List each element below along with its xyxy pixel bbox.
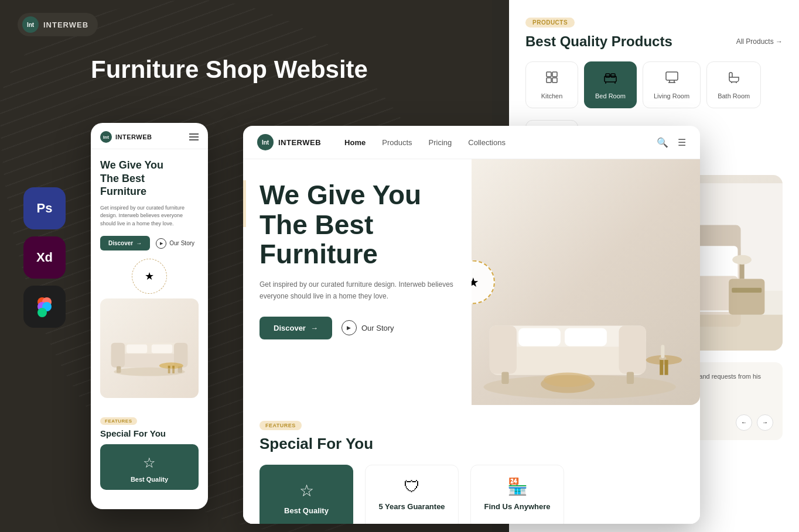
desktop-headline: We Give You The Best Furniture [259, 180, 455, 269]
svg-rect-61 [729, 279, 764, 314]
search-button[interactable]: 🔍 [657, 137, 668, 148]
accent-bar [243, 180, 246, 227]
guarantee-card: 🛡 5 Years Guarantee [365, 465, 459, 524]
find-us-label: Find Us Anywhere [483, 502, 552, 511]
nav-products[interactable]: Products [382, 138, 412, 147]
hamburger-icon[interactable] [189, 133, 199, 140]
desktop-logo-circle: Int [257, 134, 274, 150]
desktop-nav: Int INTERWEB Home Products Pricing Colle… [243, 126, 700, 159]
svg-rect-28 [664, 360, 668, 375]
livingroom-icon [665, 70, 679, 88]
desktop-hero-buttons: Discover → ▶ Our Story [259, 317, 455, 339]
menu-button[interactable]: ☰ [678, 137, 686, 148]
kitchen-label: Kitchen [541, 92, 563, 99]
svg-rect-36 [552, 78, 557, 83]
desktop-features-tag: FEATURES [259, 421, 302, 430]
desktop-nav-icons: 🔍 ☰ [657, 137, 686, 148]
desktop-logo: Int INTERWEB [257, 134, 321, 150]
desktop-discover-button[interactable]: Discover → [259, 317, 332, 339]
desktop-hero-left: We Give You The Best Furniture Get inspi… [243, 159, 472, 405]
products-header: Best Quality Products All Products → [525, 33, 783, 50]
mobile-headline: We Give You The Best Furniture [100, 159, 199, 198]
mobile-best-quality-card: ☆ Best Quality [100, 444, 199, 490]
desktop-story-button[interactable]: ▶ Our Story [342, 320, 394, 335]
mobile-subtext: Get inspired by our curated furniture de… [100, 204, 199, 228]
app-icons-panel: Ps Xd [23, 187, 66, 328]
mobile-brand-name: INTERWEB [115, 133, 152, 140]
mobile-best-quality-label: Best Quality [108, 476, 190, 483]
nav-collections[interactable]: Collections [468, 138, 506, 147]
mobile-features-tag: FEATURES [100, 417, 137, 425]
figma-icon[interactable] [23, 286, 66, 328]
svg-point-64 [732, 255, 752, 265]
kitchen-tab[interactable]: Kitchen [525, 61, 578, 108]
testimonial-prev-button[interactable]: ← [736, 414, 752, 431]
products-title: Best Quality Products [525, 33, 672, 50]
livingroom-label: Living Room [654, 92, 689, 99]
best-quality-card: ☆ Best Quality [259, 465, 353, 524]
desktop-features-tag-wrap: FEATURES [259, 419, 684, 435]
store-icon: 🏪 [483, 477, 552, 496]
find-us-card: 🏪 Find Us Anywhere [470, 465, 564, 524]
best-quality-label: Best Quality [271, 506, 342, 515]
bathroom-label: Bath Room [718, 92, 750, 99]
products-tag-wrap: PRODUCTS [525, 16, 783, 33]
desktop-hero-subtext: Get inspired by our curated furniture de… [259, 279, 455, 303]
mobile-furniture-image [100, 298, 199, 398]
mobile-hero: We Give You The Best Furniture Get inspi… [91, 149, 208, 407]
svg-rect-27 [660, 360, 663, 375]
photoshop-icon[interactable]: Ps [23, 187, 66, 229]
svg-rect-38 [606, 74, 610, 77]
top-bar-brand: INTERWEB [43, 20, 88, 29]
svg-rect-10 [152, 344, 172, 353]
nav-home[interactable]: Home [344, 138, 366, 147]
category-tabs: Kitchen Bed Room [525, 61, 783, 108]
desktop-mockup: Int INTERWEB Home Products Pricing Colle… [243, 126, 700, 524]
mobile-story-button[interactable]: ▶ Our Story [156, 238, 194, 249]
mobile-features-title: Special For You [100, 428, 199, 438]
kitchen-icon [545, 70, 559, 88]
bedroom-icon [603, 70, 617, 88]
mobile-logo-circle: Int [100, 131, 112, 143]
nav-pricing[interactable]: Pricing [429, 138, 452, 147]
svg-point-4 [37, 308, 47, 317]
mobile-discover-button[interactable]: Discover → [100, 236, 150, 250]
guarantee-label: 5 Years Guarantee [377, 502, 446, 511]
desktop-furniture-bg: ★ [472, 159, 700, 405]
bedroom-tab[interactable]: Bed Room [584, 61, 637, 108]
desktop-hero: We Give You The Best Furniture Get inspi… [243, 159, 700, 405]
svg-rect-21 [619, 326, 646, 374]
mobile-features-section: FEATURES Special For You ☆ Best Quality [91, 407, 208, 497]
desktop-play-icon: ▶ [342, 320, 357, 335]
svg-rect-20 [490, 326, 517, 374]
all-products-link[interactable]: All Products → [736, 37, 783, 46]
desktop-features-title: Special For You [259, 435, 684, 453]
mobile-hero-buttons: Discover → ▶ Our Story [100, 236, 199, 250]
bathroom-icon [727, 70, 741, 88]
svg-rect-22 [518, 328, 561, 346]
svg-rect-23 [565, 328, 607, 346]
adobe-xd-icon[interactable]: Xd [23, 236, 66, 279]
mobile-logo: Int INTERWEB [100, 131, 152, 143]
bathroom-tab[interactable]: Bath Room [706, 61, 761, 108]
desktop-hero-right: ★ [472, 159, 700, 405]
features-grid: ☆ Best Quality 🛡 5 Years Guarantee 🏪 Fin… [259, 465, 684, 524]
svg-rect-9 [127, 344, 147, 353]
star-icon: ☆ [108, 455, 190, 471]
svg-rect-30 [661, 345, 664, 358]
svg-rect-34 [552, 72, 557, 77]
svg-rect-35 [547, 78, 551, 83]
livingroom-tab[interactable]: Living Room [643, 61, 701, 108]
mobile-mockup: Int INTERWEB We Give You The Best Furnit… [91, 123, 208, 509]
svg-rect-24 [501, 372, 508, 385]
svg-rect-33 [547, 72, 551, 77]
top-bar-logo: Int [22, 16, 39, 33]
svg-point-32 [544, 373, 592, 387]
desktop-brand-name: INTERWEB [278, 138, 321, 147]
page-title: Furniture Shop Website [91, 56, 368, 84]
star-outline-icon: ☆ [271, 481, 342, 500]
svg-rect-42 [666, 72, 678, 80]
top-bar: Int INTERWEB [18, 13, 98, 36]
testimonial-next-button[interactable]: → [757, 414, 773, 431]
mobile-badge: ★ [132, 259, 167, 294]
